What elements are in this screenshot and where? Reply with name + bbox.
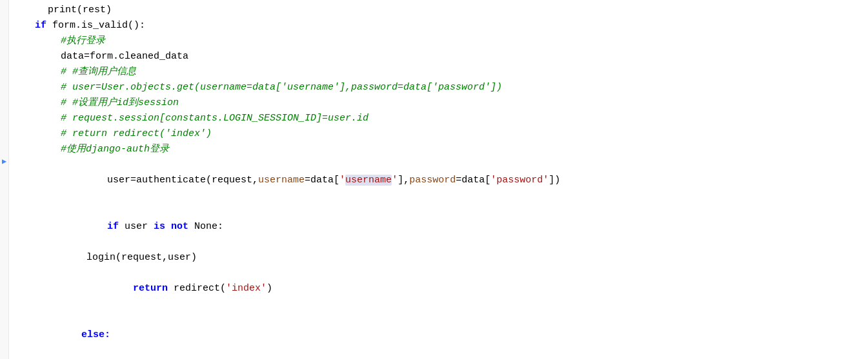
gutter-cell bbox=[0, 93, 8, 108]
token: #使用django-auth登录 bbox=[22, 142, 169, 157]
left-gutter: ▶ bbox=[0, 0, 9, 359]
token: login(request,user) bbox=[22, 250, 197, 266]
code-line-14: return redirect('index') bbox=[22, 266, 868, 312]
gutter-cell bbox=[0, 15, 8, 31]
token: else: bbox=[22, 312, 110, 358]
gutter-cell bbox=[0, 139, 8, 155]
code-line-13: login(request,user) bbox=[22, 250, 868, 266]
gutter-cell bbox=[0, 108, 8, 124]
gutter-cell bbox=[0, 0, 8, 15]
code-line-7: # #设置用户id到session bbox=[22, 95, 868, 111]
token: user=authenticate(request,username=data[… bbox=[22, 157, 560, 204]
code-line-5: # #查询用户信息 bbox=[22, 64, 868, 80]
token: data=form.cleaned_data bbox=[22, 49, 188, 64]
token: # return redirect('index') bbox=[22, 126, 212, 142]
token: if form.is_valid(): bbox=[22, 18, 145, 34]
token: # #查询用户信息 bbox=[22, 64, 136, 80]
token: print(rest) bbox=[22, 3, 112, 18]
code-line-2: if form.is_valid(): bbox=[22, 18, 868, 34]
code-line-11: user=authenticate(request,username=data[… bbox=[22, 157, 868, 204]
code-line-6: # user=User.objects.get(username=data['u… bbox=[22, 80, 868, 95]
token: if user is not None: bbox=[22, 204, 223, 250]
gutter-cell bbox=[0, 62, 8, 77]
gutter-cell bbox=[0, 170, 8, 186]
code-editor: ▶ print(rest) if form.is_valid(): #执行登录 … bbox=[0, 0, 868, 359]
code-line-8: # request.session[constants.LOGIN_SESSIO… bbox=[22, 111, 868, 126]
gutter-cell: ▶ bbox=[0, 155, 8, 170]
gutter-cell bbox=[0, 77, 8, 93]
gutter-cell bbox=[0, 46, 8, 62]
gutter-cell bbox=[0, 201, 8, 217]
code-content-area[interactable]: print(rest) if form.is_valid(): #执行登录 da… bbox=[9, 0, 868, 359]
code-line-15: else: bbox=[22, 312, 868, 358]
gutter-cell bbox=[0, 232, 8, 247]
token: #执行登录 bbox=[22, 34, 105, 49]
token: return redirect('index') bbox=[22, 266, 272, 312]
token: # user=User.objects.get(username=data['u… bbox=[22, 80, 502, 95]
code-line-12: if user is not None: bbox=[22, 204, 868, 250]
gutter-cell bbox=[0, 186, 8, 201]
token: # request.session[constants.LOGIN_SESSIO… bbox=[22, 111, 368, 126]
gutter-cell bbox=[0, 31, 8, 46]
gutter-cell bbox=[0, 124, 8, 139]
token: # #设置用户id到session bbox=[22, 95, 179, 111]
gutter-cell bbox=[0, 217, 8, 232]
code-line-4: data=form.cleaned_data bbox=[22, 49, 868, 64]
code-line-1: print(rest) bbox=[22, 3, 868, 18]
arrow-right-icon: ▶ bbox=[2, 156, 6, 168]
code-line-10: #使用django-auth登录 bbox=[22, 142, 868, 157]
code-line-9: # return redirect('index') bbox=[22, 126, 868, 142]
code-line-3: #执行登录 bbox=[22, 34, 868, 49]
